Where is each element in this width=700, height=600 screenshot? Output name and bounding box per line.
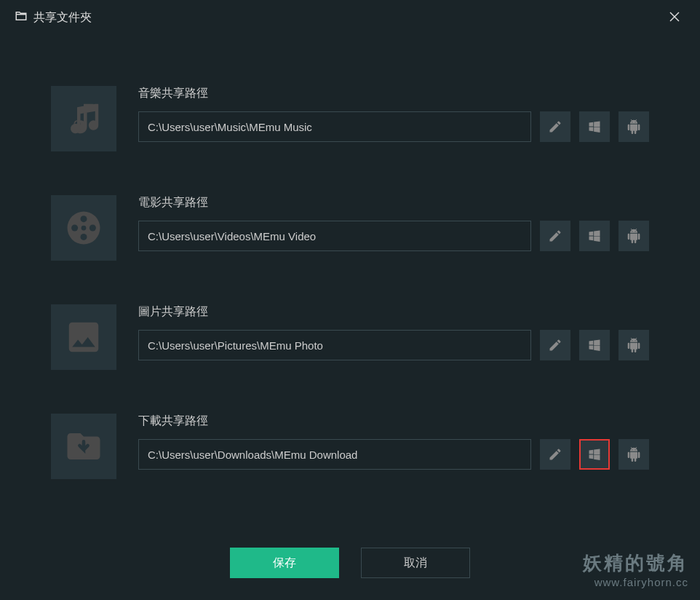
download-edit-button[interactable] [540,439,570,470]
music-label: 音樂共享路徑 [138,86,649,101]
save-button[interactable]: 保存 [230,548,339,578]
svg-point-4 [81,226,87,231]
video-path-row [138,221,649,251]
photo-edit-button[interactable] [540,330,570,360]
watermark-url: www.fairyhorn.cc [583,576,688,588]
music-row: 音樂共享路徑 [51,86,649,151]
video-windows-button[interactable] [579,221,610,251]
photo-label: 圖片共享路徑 [138,304,649,320]
download-label: 下載共享路徑 [138,414,649,429]
video-icon [51,195,116,261]
photo-details: 圖片共享路徑 [138,304,649,360]
svg-point-8 [90,225,96,232]
music-edit-button[interactable] [540,111,570,142]
cancel-button[interactable]: 取消 [361,548,470,578]
titlebar-left: 共享文件夾 [15,9,92,25]
folder-icon [15,9,28,25]
close-button[interactable] [664,7,685,28]
titlebar: 共享文件夾 [0,0,700,35]
download-windows-button[interactable] [579,439,610,470]
watermark: 妖精的號角 www.fairyhorn.cc [583,550,688,588]
svg-point-6 [81,234,87,240]
svg-point-5 [81,216,87,222]
music-icon [51,86,116,151]
photo-windows-button[interactable] [579,330,610,360]
video-path-input[interactable] [138,221,531,251]
download-path-input[interactable] [138,439,531,470]
video-details: 電影共享路徑 [138,195,649,251]
video-edit-button[interactable] [540,221,570,251]
music-windows-button[interactable] [579,111,610,142]
music-details: 音樂共享路徑 [138,86,649,142]
download-details: 下載共享路徑 [138,414,649,470]
svg-point-7 [71,225,78,232]
photo-row: 圖片共享路徑 [51,304,649,370]
video-android-button[interactable] [619,221,649,251]
photo-path-input[interactable] [138,330,531,360]
photo-android-button[interactable] [619,330,649,360]
download-row: 下載共享路徑 [51,414,649,479]
video-row: 電影共享路徑 [51,195,649,261]
video-label: 電影共享路徑 [138,195,649,210]
photo-path-row [138,330,649,360]
download-path-row [138,439,649,470]
music-path-row [138,111,649,142]
window-title: 共享文件夾 [33,10,92,25]
photo-icon [51,304,116,370]
download-icon [51,414,116,479]
content-area: 音樂共享路徑 [0,35,700,479]
music-path-input[interactable] [138,111,531,142]
music-android-button[interactable] [619,111,649,142]
watermark-title: 妖精的號角 [583,550,688,576]
download-android-button[interactable] [619,439,649,470]
